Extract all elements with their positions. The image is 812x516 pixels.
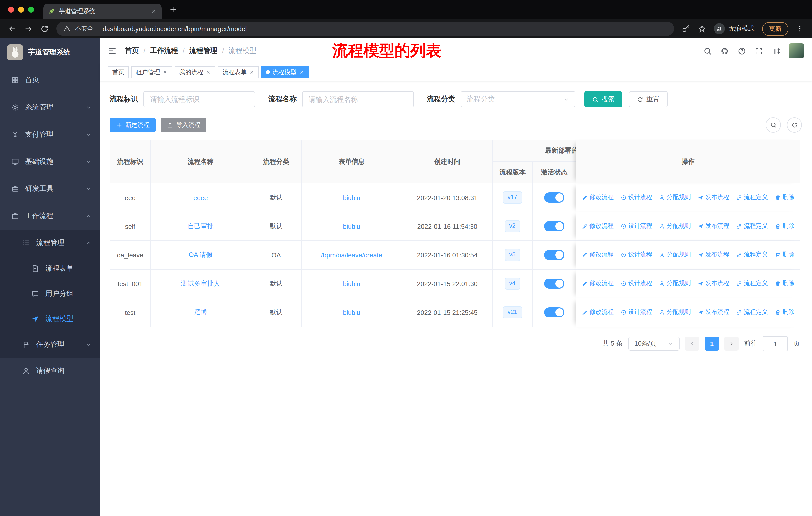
bookmark-star-icon[interactable] [698, 24, 706, 33]
design-process-link[interactable]: 设计流程 [620, 193, 652, 202]
browser-menu-icon[interactable] [796, 25, 804, 33]
active-status-toggle[interactable] [544, 250, 564, 260]
hamburger-icon[interactable] [108, 46, 117, 55]
tab-close-icon[interactable] [151, 8, 156, 14]
search-button[interactable]: 搜索 [584, 91, 622, 107]
key-icon[interactable] [682, 24, 690, 33]
sidebar-item-infrastructure[interactable]: 基础设施 [0, 148, 100, 175]
process-definition-link[interactable]: 流程定义 [736, 193, 768, 202]
form-info-link[interactable]: biubiu [343, 194, 360, 201]
process-name-link[interactable]: 测试多审批人 [181, 280, 220, 287]
user-avatar[interactable] [789, 43, 804, 58]
process-name-link[interactable]: 滔博 [194, 308, 207, 316]
sidebar-item-process-management[interactable]: 流程管理 [0, 230, 100, 256]
search-icon[interactable] [703, 47, 712, 55]
form-info-link[interactable]: biubiu [343, 280, 360, 288]
design-process-link[interactable]: 设计流程 [620, 251, 652, 259]
zoom-window-button[interactable] [28, 6, 34, 12]
tag-process-form[interactable]: 流程表单 [218, 66, 259, 78]
back-button[interactable] [8, 24, 17, 33]
tag-process-model[interactable]: 流程模型 [261, 66, 309, 78]
delete-link[interactable]: 删除 [775, 193, 794, 202]
form-info-link[interactable]: /bpm/oa/leave/create [321, 251, 382, 259]
process-name-link[interactable]: 自己审批 [187, 222, 214, 230]
process-definition-link[interactable]: 流程定义 [736, 279, 768, 288]
process-definition-link[interactable]: 流程定义 [736, 308, 768, 317]
process-name-input[interactable] [302, 91, 414, 107]
sidebar-item-user-group[interactable]: 用户分组 [0, 281, 100, 306]
modify-process-link[interactable]: 修改流程 [582, 308, 614, 317]
modify-process-link[interactable]: 修改流程 [582, 222, 614, 230]
active-status-toggle[interactable] [544, 279, 564, 289]
not-secure-icon[interactable] [63, 25, 70, 32]
publish-process-link[interactable]: 发布流程 [698, 279, 729, 288]
tag-home[interactable]: 首页 [108, 66, 129, 78]
import-process-button[interactable]: 导入流程 [161, 118, 206, 132]
design-process-link[interactable]: 设计流程 [620, 222, 652, 230]
help-icon[interactable] [737, 47, 746, 55]
github-icon[interactable] [720, 47, 729, 55]
reset-button[interactable]: 重置 [629, 91, 668, 107]
assign-rule-link[interactable]: 分配规则 [659, 193, 691, 202]
minimize-window-button[interactable] [18, 6, 24, 12]
assign-rule-link[interactable]: 分配规则 [659, 279, 691, 288]
sidebar-item-process-form[interactable]: 流程表单 [0, 256, 100, 281]
refresh-table-button[interactable] [787, 117, 802, 133]
design-process-link[interactable]: 设计流程 [620, 308, 652, 317]
assign-rule-link[interactable]: 分配规则 [659, 222, 691, 230]
modify-process-link[interactable]: 修改流程 [582, 279, 614, 288]
breadcrumb-item-home[interactable]: 首页 [125, 46, 139, 55]
design-process-link[interactable]: 设计流程 [620, 279, 652, 288]
process-key-input[interactable] [143, 91, 255, 107]
process-name-link[interactable]: eeee [193, 194, 208, 201]
delete-link[interactable]: 删除 [775, 222, 794, 230]
process-definition-link[interactable]: 流程定义 [736, 251, 768, 259]
process-definition-link[interactable]: 流程定义 [736, 222, 768, 230]
form-info-link[interactable]: biubiu [343, 309, 360, 316]
process-name-link[interactable]: OA 请假 [188, 251, 212, 259]
sidebar-item-leave-query[interactable]: 请假查询 [0, 358, 100, 384]
browser-tab[interactable]: 芋道管理系统 [43, 3, 162, 19]
publish-process-link[interactable]: 发布流程 [698, 251, 729, 259]
close-icon[interactable] [163, 70, 168, 75]
sidebar-item-workflow[interactable]: 工作流程 [0, 202, 100, 230]
page-size-select[interactable]: 10条/页 [628, 336, 679, 351]
tag-my-process[interactable]: 我的流程 [175, 66, 215, 78]
active-status-toggle[interactable] [544, 192, 564, 202]
assign-rule-link[interactable]: 分配规则 [659, 251, 691, 259]
update-button[interactable]: 更新 [762, 22, 788, 35]
create-process-button[interactable]: 新建流程 [110, 118, 155, 132]
close-window-button[interactable] [8, 6, 14, 12]
reload-button[interactable] [40, 24, 49, 33]
font-size-icon[interactable] [772, 47, 780, 55]
sidebar-item-system-management[interactable]: 系统管理 [0, 94, 100, 121]
process-category-select[interactable]: 流程分类 [461, 91, 575, 107]
fullscreen-icon[interactable] [755, 47, 763, 55]
publish-process-link[interactable]: 发布流程 [698, 222, 729, 230]
active-status-toggle[interactable] [544, 307, 564, 318]
assign-rule-link[interactable]: 分配规则 [659, 308, 691, 317]
delete-link[interactable]: 删除 [775, 308, 794, 317]
publish-process-link[interactable]: 发布流程 [698, 308, 729, 317]
sidebar-item-home[interactable]: 首页 [0, 66, 100, 94]
next-page-button[interactable] [724, 336, 738, 351]
modify-process-link[interactable]: 修改流程 [582, 251, 614, 259]
modify-process-link[interactable]: 修改流程 [582, 193, 614, 202]
sidebar-item-payment-management[interactable]: 支付管理 [0, 121, 100, 148]
publish-process-link[interactable]: 发布流程 [698, 193, 729, 202]
goto-page-input[interactable] [763, 336, 788, 351]
address-bar[interactable]: 不安全 dashboard.yudao.iocoder.cn/bpm/manag… [56, 22, 674, 36]
delete-link[interactable]: 删除 [775, 279, 794, 288]
sidebar-item-dev-tools[interactable]: 研发工具 [0, 175, 100, 202]
breadcrumb-item-process-management[interactable]: 流程管理 [189, 46, 218, 55]
sidebar-item-task-management[interactable]: 任务管理 [0, 332, 100, 358]
delete-link[interactable]: 删除 [775, 251, 794, 259]
breadcrumb-item-workflow[interactable]: 工作流程 [150, 46, 178, 55]
prev-page-button[interactable] [685, 336, 699, 351]
form-info-link[interactable]: biubiu [343, 222, 360, 230]
page-number-1[interactable]: 1 [705, 336, 719, 351]
sidebar-item-process-model[interactable]: 流程模型 [0, 306, 100, 332]
tag-tenant-management[interactable]: 租户管理 [132, 66, 172, 78]
active-status-toggle[interactable] [544, 221, 564, 231]
toggle-search-button[interactable] [766, 117, 781, 133]
